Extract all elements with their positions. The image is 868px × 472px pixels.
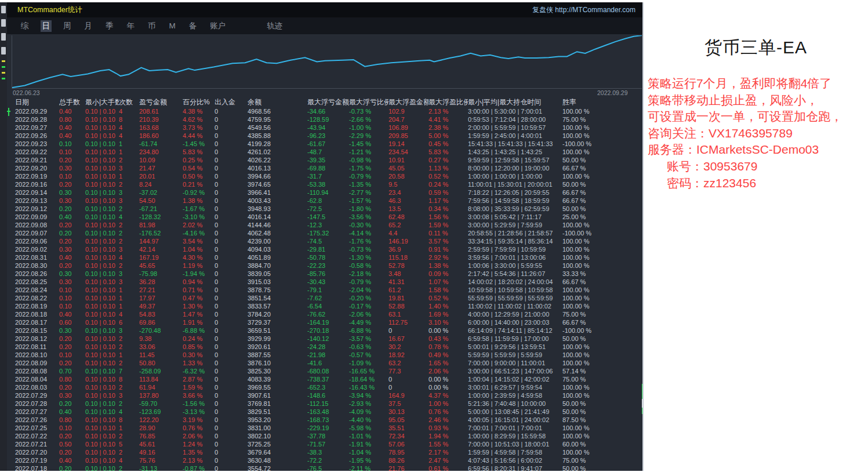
column-header-11[interactable]: 最大浮盈比例 xyxy=(428,97,468,107)
cell-12: 5:00:00 | 13:08:45 | 21:41:49 xyxy=(468,408,562,416)
cell-11: 0.45 % xyxy=(428,140,468,148)
column-header-8[interactable]: 最大浮亏金额 xyxy=(307,97,349,107)
table-row[interactable]: 2022.08.080.700.10 | 0.107-258.09-6.32 %… xyxy=(7,367,642,375)
table-row[interactable]: 2022.08.120.200.10 | 0.1029.380.24 %0392… xyxy=(7,335,642,343)
column-header-10[interactable]: 最大浮盈金额 xyxy=(388,97,428,107)
table-row[interactable]: 2022.07.270.400.10 | 0.104-123.69-3.13 %… xyxy=(7,408,642,416)
table-row[interactable]: 2022.08.310.400.10 | 0.104167.194.30 %04… xyxy=(7,253,642,262)
table-row[interactable]: 2022.08.240.100.10 | 0.10127.210.71 %038… xyxy=(7,286,642,294)
column-header-3[interactable]: 次数 xyxy=(119,97,139,107)
table-row[interactable]: 2022.09.140.300.10 | 0.103-37.02-0.92 %0… xyxy=(7,188,642,197)
menu-item-周[interactable]: 周 xyxy=(61,20,73,32)
cell-2: 0.10 | 0.10 xyxy=(85,164,119,172)
table-row[interactable]: 2022.07.180.200.10 | 0.102-31.13-0.87 %0… xyxy=(7,464,642,471)
table-row[interactable]: 2022.09.020.300.10 | 0.10342.141.04 %040… xyxy=(7,245,642,253)
table-row[interactable]: 2022.09.200.300.10 | 0.10321.470.54 %040… xyxy=(7,164,642,172)
column-header-5[interactable]: 百分比% xyxy=(183,97,215,107)
table-row[interactable]: 2022.09.290.400.10 | 0.104208.614.38 %04… xyxy=(7,107,642,115)
table-row[interactable]: 2022.09.070.200.10 | 0.102-176.52-4.16 %… xyxy=(7,229,642,237)
menu-item-年[interactable]: 年 xyxy=(125,20,137,32)
table-row[interactable]: 2022.07.200.200.10 | 0.10249.161.35 %036… xyxy=(7,448,642,456)
table-row[interactable]: 2022.09.160.200.10 | 0.1028.240.21 %0397… xyxy=(7,180,642,188)
menu-item-账户[interactable]: 账户 xyxy=(208,20,227,32)
table-row[interactable]: 2022.08.250.300.10 | 0.10336.280.94 %039… xyxy=(7,278,642,286)
menu-item-季[interactable]: 季 xyxy=(104,20,115,32)
table-row[interactable]: 2022.08.110.200.10 | 0.10233.060.85 %039… xyxy=(7,343,642,351)
cell-2: 0.10 | 0.10 xyxy=(85,326,119,335)
table-row[interactable]: 2022.08.190.100.10 | 0.10149.371.30 %038… xyxy=(7,302,642,310)
menu-bar: 综日周月季年币M备账户轨迹 xyxy=(7,17,642,34)
column-header-12[interactable]: 最小|平均|最大持仓时间 xyxy=(468,97,562,107)
cell-12: 7:00:01 | 7:00:01 | 7:00:01 xyxy=(468,424,562,432)
column-header-2[interactable]: 最小|大手数 xyxy=(85,97,119,107)
column-header-6[interactable]: 出入金 xyxy=(215,97,248,107)
table-row[interactable]: 2022.09.230.100.10 | 0.101-61.74-1.45 %0… xyxy=(7,140,642,148)
table-row[interactable]: 2022.07.210.500.10 | 0.10545.611.24 %037… xyxy=(7,440,642,448)
table-row[interactable]: 2022.08.040.800.10 | 0.108113.842.87 %04… xyxy=(7,375,642,383)
cell-5: 1.19 % xyxy=(183,262,215,270)
edge-decoration xyxy=(1,19,6,27)
table-row[interactable]: 2022.09.060.200.10 | 0.102144.973.54 %04… xyxy=(7,237,642,245)
table-row[interactable]: 2022.07.260.800.10 | 0.108122.203.19 %03… xyxy=(7,416,642,424)
menu-item-M[interactable]: M xyxy=(168,21,177,31)
cell-11: 0.24 % xyxy=(428,180,468,188)
cell-0: 2022.08.22 xyxy=(15,294,59,302)
cell-13: 100.00 % xyxy=(562,245,642,253)
table-row[interactable]: 2022.08.170.600.10 | 0.10669.861.91 %037… xyxy=(7,318,642,326)
table-row[interactable]: 2022.09.130.300.10 | 0.10354.501.38 %040… xyxy=(7,197,642,205)
menu-item-综[interactable]: 综 xyxy=(19,20,31,32)
cell-5: 0.71 % xyxy=(183,286,215,294)
table-row[interactable]: 2022.09.210.200.10 | 0.10210.090.25 %040… xyxy=(7,156,642,164)
table-row[interactable]: 2022.07.290.300.10 | 0.103137.803.66 %03… xyxy=(7,391,642,400)
cell-6: 0 xyxy=(215,383,248,391)
cell-0: 2022.08.31 xyxy=(15,253,59,262)
window-title: MTCommander统计 xyxy=(17,5,82,15)
table-row[interactable]: 2022.08.090.200.10 | 0.10250.801.33 %038… xyxy=(7,359,642,367)
column-header-0[interactable]: 日期 xyxy=(15,97,59,107)
cell-3: 1 xyxy=(119,294,139,302)
cell-3: 3 xyxy=(119,391,139,400)
cell-5: 4.38 % xyxy=(183,107,215,115)
cell-3: 1 xyxy=(119,148,139,156)
cell-10: 204.7 xyxy=(388,115,428,124)
cell-6: 0 xyxy=(215,310,248,318)
table-row[interactable]: 2022.09.120.200.10 | 0.102-67.21-1.67 %0… xyxy=(7,205,642,213)
column-header-1[interactable]: 总手数 xyxy=(59,97,85,107)
cell-1: 0.10 xyxy=(59,424,85,432)
table-row[interactable]: 2022.07.220.200.10 | 0.10276.852.06 %038… xyxy=(7,432,642,440)
table-row[interactable]: 2022.09.190.100.10 | 0.10120.010.50 %039… xyxy=(7,172,642,180)
cell-10: 18.92 xyxy=(388,351,428,359)
cell-13: 100.00 % xyxy=(562,391,642,400)
menu-item-币[interactable]: 币 xyxy=(146,20,158,32)
table-row[interactable]: 2022.08.300.200.10 | 0.10245.651.19 %038… xyxy=(7,262,642,270)
cell-0: 2022.07.29 xyxy=(15,391,59,400)
table-row[interactable]: 2022.07.250.100.10 | 0.10128.900.76 %038… xyxy=(7,424,642,432)
column-header-9[interactable]: 最大浮亏比例 xyxy=(349,97,388,107)
column-header-4[interactable]: 盈亏金额 xyxy=(139,97,183,107)
cell-11: 2.92 % xyxy=(428,253,468,262)
cell-10: 0 xyxy=(388,375,428,383)
column-header-13[interactable]: 胜率 xyxy=(562,97,642,107)
table-row[interactable]: 2022.07.190.400.10 | 0.10475.762.13 %036… xyxy=(7,456,642,464)
table-row[interactable]: 2022.08.260.300.10 | 0.103-75.98-1.94 %0… xyxy=(7,270,642,278)
table-row[interactable]: 2022.09.270.400.10 | 0.104163.683.73 %04… xyxy=(7,124,642,132)
table-row[interactable]: 2022.09.220.100.10 | 0.101234.805.83 %04… xyxy=(7,148,642,156)
brand-link[interactable]: 复盘侠 http://MTCommander.com xyxy=(532,5,635,15)
table-row[interactable]: 2022.08.180.400.10 | 0.10454.831.47 %037… xyxy=(7,310,642,318)
column-header-7[interactable]: 余额 xyxy=(248,97,307,107)
menu-item-备[interactable]: 备 xyxy=(187,20,199,32)
table-row[interactable]: 2022.09.260.400.10 | 0.104186.604.44 %04… xyxy=(7,132,642,140)
table-row[interactable]: 2022.08.100.100.10 | 0.10111.450.30 %038… xyxy=(7,351,642,359)
table-row[interactable]: 2022.09.080.200.10 | 0.10281.982.02 %041… xyxy=(7,221,642,229)
table-row[interactable]: 2022.08.220.100.10 | 0.10117.970.47 %038… xyxy=(7,294,642,302)
menu-item-月[interactable]: 月 xyxy=(83,20,95,32)
table-row[interactable]: 2022.07.280.200.10 | 0.102-59.70-1.56 %0… xyxy=(7,400,642,408)
menu-item-轨迹[interactable]: 轨迹 xyxy=(265,20,284,32)
menu-item-日[interactable]: 日 xyxy=(41,20,52,32)
table-row[interactable]: 2022.08.030.200.10 | 0.10261.941.59 %039… xyxy=(7,383,642,391)
cell-6: 0 xyxy=(215,335,248,343)
cell-0: 2022.09.16 xyxy=(15,180,59,188)
table-row[interactable]: 2022.08.150.300.10 | 0.103-270.48-6.88 %… xyxy=(7,326,642,335)
table-row[interactable]: 2022.09.280.800.10 | 0.108210.394.62 %04… xyxy=(7,115,642,124)
table-row[interactable]: 2022.09.090.400.10 | 0.104-128.32-3.10 %… xyxy=(7,213,642,221)
